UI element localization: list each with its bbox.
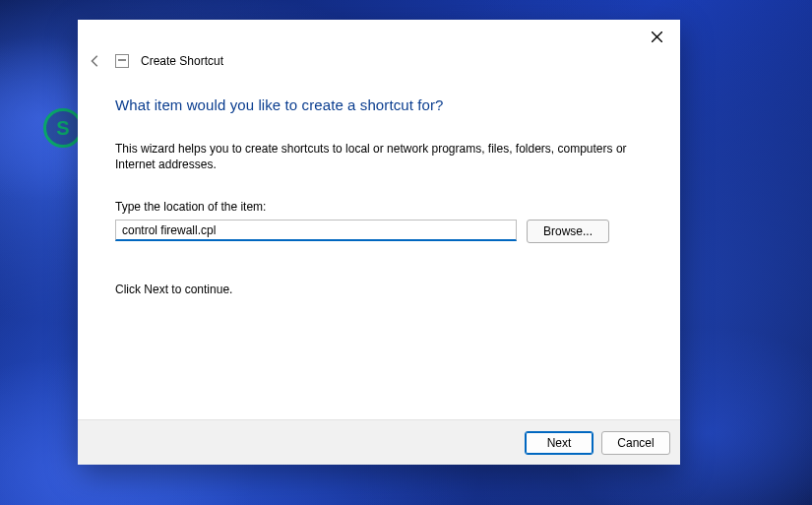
dialog-footer: Next Cancel [78,419,680,465]
close-button[interactable] [641,26,672,47]
next-button[interactable]: Next [525,431,593,455]
wizard-icon [115,54,129,68]
close-icon [652,32,662,42]
titlebar [78,20,680,47]
wizard-description: This wizard helps you to create shortcut… [115,141,627,172]
create-shortcut-dialog: Create Shortcut What item would you like… [78,20,680,465]
browse-button[interactable]: Browse... [527,220,609,243]
back-button[interactable] [88,53,103,69]
watermark-logo: S [43,108,83,148]
cancel-button[interactable]: Cancel [601,431,670,455]
content-area: What item would you like to create a sho… [78,77,680,419]
continue-hint: Click Next to continue. [115,283,643,296]
dialog-title: Create Shortcut [141,54,223,68]
location-label: Type the location of the item: [115,200,643,214]
location-input[interactable] [115,220,517,241]
header-row: Create Shortcut [78,47,680,77]
location-row: Browse... [115,220,643,243]
page-heading: What item would you like to create a sho… [115,96,643,113]
back-arrow-icon [89,54,102,68]
